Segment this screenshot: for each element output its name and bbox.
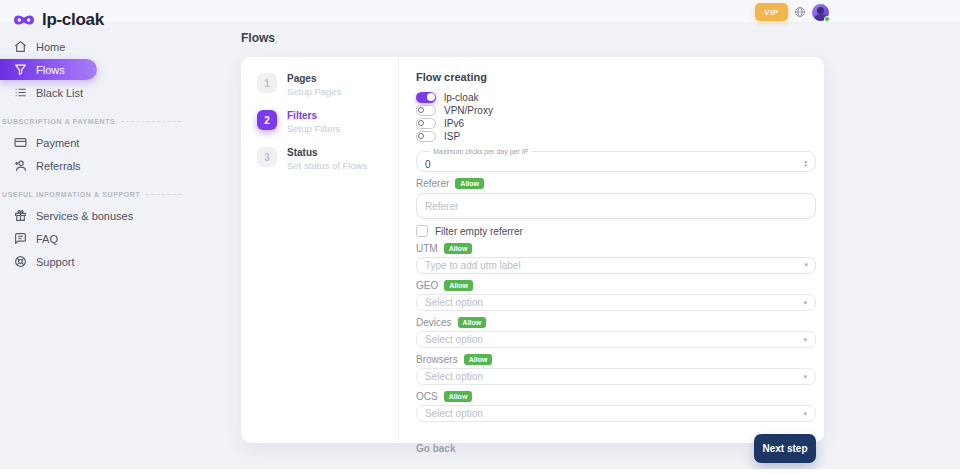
step-subtitle: Setup Filters — [287, 123, 340, 134]
section-label: SUBSCRIPTION & PAYMENTS — [2, 118, 115, 125]
sidebar-item-label: Payment — [36, 137, 79, 149]
step-subtitle: Set status of Flows — [287, 160, 367, 171]
browsers-label-row: Browsers Allow — [416, 354, 816, 365]
toggle-knob — [418, 107, 424, 113]
section-label: USEFUL INFORMATION & SUPPORT — [2, 191, 140, 198]
sidebar-item-label: Home — [36, 41, 65, 53]
toggle-label: lp-cloak — [444, 92, 478, 103]
gift-icon — [14, 209, 27, 222]
step-number: 2 — [257, 110, 277, 130]
sidebar-item-black-list[interactable]: Black List — [0, 82, 195, 103]
toggle-label: VPN/Proxy — [444, 105, 493, 116]
user-avatar[interactable] — [812, 4, 829, 21]
step-filters[interactable]: 2 Filters Setup Filters — [241, 110, 398, 134]
ocs-label-row: OCS Allow — [416, 391, 816, 402]
form-title: Flow creating — [416, 71, 816, 83]
toggle-row-isp[interactable]: ISP — [416, 130, 816, 142]
chat-icon — [14, 232, 27, 245]
language-globe-icon[interactable] — [794, 6, 806, 18]
life-ring-icon — [14, 255, 27, 268]
flows-icon — [14, 63, 27, 76]
sidebar-item-label: Referrals — [36, 160, 81, 172]
sidebar-item-label: Support — [36, 256, 75, 268]
referral-user-icon — [14, 159, 27, 172]
ipv6-toggle[interactable] — [416, 118, 436, 129]
step-title: Pages — [287, 73, 341, 85]
home-icon — [14, 40, 27, 53]
select-placeholder: Select option — [425, 297, 483, 308]
select-placeholder: Select option — [425, 408, 483, 419]
topbar: VIP — [755, 3, 829, 21]
toggle-row-lp-cloak[interactable]: lp-cloak — [416, 91, 816, 103]
chevron-down-icon: ▾ — [803, 410, 807, 418]
devices-label: Devices — [416, 317, 452, 328]
flow-card: 1 Pages Setup Pages 2 Filters Setup Filt… — [241, 57, 824, 443]
geo-allow-badge[interactable]: Allow — [444, 280, 473, 291]
sidebar-item-flows[interactable]: Flows — [0, 59, 97, 80]
utm-input[interactable] — [416, 257, 816, 274]
toggle-knob — [418, 133, 424, 139]
browsers-allow-badge[interactable]: Allow — [464, 354, 493, 365]
flow-stepper: 1 Pages Setup Pages 2 Filters Setup Filt… — [241, 57, 399, 443]
isp-toggle[interactable] — [416, 131, 436, 142]
referer-input[interactable] — [416, 193, 816, 219]
geo-label-row: GEO Allow — [416, 280, 816, 291]
sidebar: lp-cloak Home Flows Black List SUBSCRIPT… — [0, 0, 195, 469]
sidebar-item-label: Flows — [36, 64, 65, 76]
max-clicks-input[interactable] — [425, 159, 769, 171]
referer-label-row: Referer Allow — [416, 178, 816, 189]
sidebar-item-faq[interactable]: FAQ — [0, 228, 195, 249]
sidebar-item-referrals[interactable]: Referrals — [0, 155, 195, 176]
utm-allow-badge[interactable]: Allow — [444, 243, 473, 254]
step-number: 1 — [257, 73, 277, 93]
ocs-select[interactable]: Select option ▾ — [416, 405, 816, 422]
toggle-row-vpn-proxy[interactable]: VPN/Proxy — [416, 104, 816, 116]
list-icon — [14, 86, 27, 99]
vip-button[interactable]: VIP — [755, 3, 788, 21]
toggle-row-ipv6[interactable]: IPv6 — [416, 117, 816, 129]
utm-label-row: UTM Allow — [416, 243, 816, 254]
utm-label: UTM — [416, 243, 438, 254]
sidebar-item-home[interactable]: Home — [0, 36, 195, 57]
devices-allow-badge[interactable]: Allow — [458, 317, 487, 328]
ocs-allow-badge[interactable]: Allow — [444, 391, 473, 402]
chevron-down-icon: ▾ — [803, 373, 807, 381]
flow-form: Flow creating lp-cloak VPN/Proxy IPv6 IS… — [400, 57, 824, 463]
checkbox-label: Filter empty referrer — [435, 226, 523, 237]
app-root: lp-cloak Home Flows Black List SUBSCRIPT… — [0, 0, 960, 469]
next-step-button[interactable]: Next step — [754, 434, 816, 463]
referer-allow-badge[interactable]: Allow — [455, 178, 484, 189]
sidebar-item-services[interactable]: Services & bonuses — [0, 205, 195, 226]
sidebar-item-label: Black List — [36, 87, 83, 99]
browsers-label: Browsers — [416, 354, 458, 365]
lp-cloak-toggle[interactable] — [416, 92, 436, 103]
chevron-down-icon: ▾ — [803, 336, 807, 344]
geo-select[interactable]: Select option ▾ — [416, 294, 816, 311]
select-placeholder: Select option — [425, 371, 483, 382]
online-status-dot — [824, 16, 830, 22]
brand-name: lp-cloak — [42, 10, 104, 30]
browsers-select[interactable]: Select option ▾ — [416, 368, 816, 385]
mask-logo-icon — [13, 13, 35, 27]
sidebar-item-support[interactable]: Support — [0, 251, 195, 272]
step-pages[interactable]: 1 Pages Setup Pages — [241, 73, 398, 97]
page-title: Flows — [241, 31, 275, 45]
step-subtitle: Setup Pages — [287, 86, 341, 97]
filter-empty-referrer-checkbox[interactable] — [416, 225, 428, 237]
brand-logo[interactable]: lp-cloak — [0, 0, 195, 30]
filter-empty-referrer-row[interactable]: Filter empty referrer — [416, 225, 816, 237]
sidebar-nav: Home Flows Black List SUBSCRIPTION & PAY… — [0, 36, 195, 272]
ocs-label: OCS — [416, 391, 438, 402]
vpn-proxy-toggle[interactable] — [416, 105, 436, 116]
credit-card-icon — [14, 136, 27, 149]
go-back-link[interactable]: Go back — [416, 443, 455, 454]
sidebar-item-payment[interactable]: Payment — [0, 132, 195, 153]
number-stepper-icon[interactable]: ▴ ▾ — [804, 159, 807, 167]
form-footer: Go back Next step — [416, 434, 816, 463]
devices-select[interactable]: Select option ▾ — [416, 331, 816, 348]
max-clicks-label: Maximum clicks per day per IP — [430, 148, 531, 155]
referer-label: Referer — [416, 178, 449, 189]
chevron-down-icon: ▾ — [803, 299, 807, 307]
step-status[interactable]: 3 Status Set status of Flows — [241, 147, 398, 171]
sidebar-section-support: USEFUL INFORMATION & SUPPORT — [2, 191, 181, 198]
